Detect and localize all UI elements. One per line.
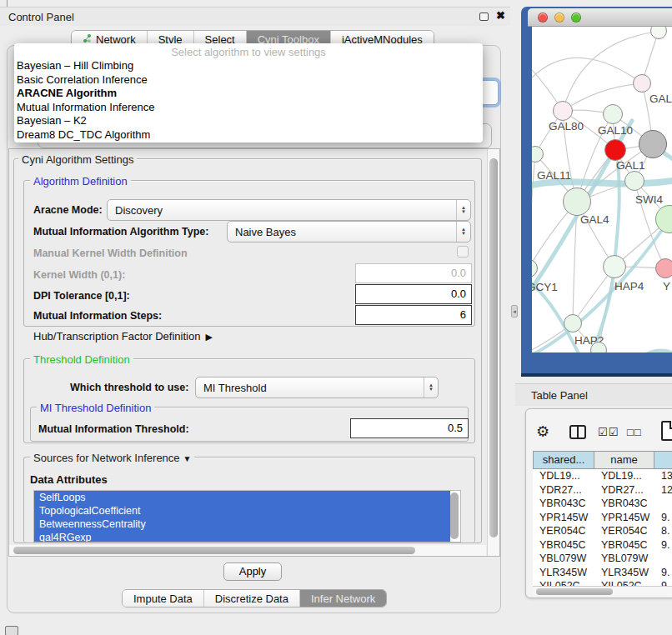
network-window-titlebar[interactable] [528,8,672,27]
which-threshold-value: MI Threshold [196,382,424,394]
table-cell: YPR145W [594,511,654,525]
select-all-icon[interactable]: ☑☑ [598,426,619,438]
aracne-mode-value: Discovery [108,204,456,217]
minimize-traffic-icon[interactable] [554,12,564,22]
attribute-item[interactable]: SelfLoops [34,491,450,504]
gear-icon[interactable]: ⚙ [536,422,549,441]
algorithm-option[interactable]: Mutual Information Inference [14,101,483,115]
algorithm-option[interactable]: Bayesian – K2 [14,114,483,128]
cyni-bottom-tabs: Impute DataDiscretize DataInfer Network [122,589,387,608]
node-hap4[interactable] [603,255,626,278]
table-row[interactable]: YBR043CYBR043C [533,497,672,511]
kernel-width-label: Kernel Width (0,1): [33,269,125,281]
algorithm-option[interactable]: Basic Correlation Inference [14,73,483,88]
table-row[interactable]: YLR345WYLR345W9. [533,566,672,580]
node-swi4[interactable] [624,171,644,191]
attribute-item[interactable]: TopologicalCoefficient [34,504,450,518]
node-hap2[interactable] [564,314,582,332]
zoom-traffic-icon[interactable] [571,12,581,22]
table-cell: YBR043C [533,497,594,511]
which-threshold-combo[interactable]: MI Threshold ▲▼ [195,377,439,398]
kernel-width-input[interactable]: 0.0 [355,263,472,283]
node-label: GAL10 [598,124,633,137]
node-label: SWI4 [635,193,663,206]
expand-down-icon: ▼ [183,454,192,463]
table-row[interactable]: YER054CYER054C8. [533,524,672,538]
column-header[interactable] [654,451,672,469]
mi-steps-input[interactable]: 6 [355,305,472,325]
hub-definition-label: Hub/Transcription Factor Definition [33,330,200,342]
tab-label: Infer Network [311,592,375,605]
table-cell: YDR27... [594,483,654,498]
hub-definition-toggle[interactable]: Hub/Transcription Factor Definition▶ [33,330,213,342]
close-icon[interactable]: ✖ [496,9,505,22]
algorithm-dropdown-popup: Select algorithm to view settings Bayesi… [14,43,483,142]
tab-label: Impute Data [133,592,193,605]
manual-kernel-checkbox[interactable] [457,246,469,258]
node-gal80[interactable] [553,101,573,121]
node-gal4[interactable] [563,188,591,216]
table-cell: YER054C [594,524,654,538]
float-panel-icon[interactable] [5,626,18,635]
algorithm-option[interactable]: ARACNE Algorithm [14,87,483,101]
node-label: HAP4 [614,280,644,292]
sources-legend[interactable]: Sources for Network Inference▼ [30,452,194,464]
table-horizontal-scrollbar[interactable] [533,586,672,596]
node-gal1[interactable] [604,139,626,161]
mi-threshold-label: Mutual Information Threshold: [38,423,189,435]
mi-type-combo[interactable]: Naive Bayes ▲▼ [227,221,471,242]
column-header[interactable]: name [594,451,654,469]
node[interactable] [590,342,607,352]
node-table[interactable]: shared...name YDL19...YDL19...13YDR27...… [533,451,672,598]
function-builder-icon[interactable] [661,421,672,441]
attribute-item[interactable]: BetweennessCentrality [34,518,450,531]
table-cell: YBL079W [533,552,594,566]
node-y[interactable] [655,258,672,278]
table-row[interactable]: YBL079WYBL079W [533,552,672,566]
node-gal[interactable] [633,74,651,92]
columns-icon[interactable] [569,425,586,439]
table-cell: YBR045C [533,538,594,552]
tab-impute-data[interactable]: Impute Data [123,590,204,607]
float-window-icon[interactable] [479,12,489,21]
node-label: GAL80 [549,120,584,132]
deselect-all-icon[interactable]: □□ [627,426,642,438]
column-header[interactable]: shared... [533,451,594,469]
node-gal10[interactable] [603,104,623,124]
dpi-tolerance-input[interactable]: 0.0 [355,284,472,304]
close-traffic-icon[interactable] [538,12,548,22]
mi-threshold-input[interactable]: 0.5 [350,418,469,438]
apply-button[interactable]: Apply [223,562,282,581]
algorithm-option[interactable]: Dream8 DC_TDC Algorithm [14,128,483,142]
data-attributes-list[interactable]: SelfLoopsTopologicalCoefficientBetweenne… [33,490,461,542]
scrollbar-thumb[interactable] [536,588,613,595]
node-label: GCY1 [532,281,558,293]
algorithm-option[interactable]: Bayesian – Hill Climbing [14,59,483,73]
table-cell: YBR045C [594,538,654,552]
attribute-item[interactable]: gal4RGexp [34,531,450,542]
node[interactable] [639,130,667,158]
control-panel-titlebar [0,8,510,26]
tab-discretize-data[interactable]: Discretize Data [204,590,300,607]
node-label: GAL1 [616,159,645,172]
mi-steps-label: Mutual Information Steps: [33,310,162,322]
table-cell: YDL19... [533,469,594,483]
settings-vertical-scrollbar[interactable] [487,149,499,556]
panel-divider-collapse[interactable]: ◂ [511,305,518,318]
table-cell [654,552,672,566]
network-edges [532,27,672,352]
settings-horizontal-scrollbar[interactable] [9,545,486,556]
divider-tick [7,0,8,7]
list-scrollbar-thumb[interactable] [450,492,459,539]
table-cell: 9. [654,511,672,525]
table-row[interactable]: YDL19...YDL19...13 [533,469,672,483]
scrollbar-thumb[interactable] [13,547,415,554]
table-row[interactable]: YDR27...YDR27...12 [533,483,672,498]
tab-label: Discretize Data [215,592,288,605]
aracne-mode-combo[interactable]: Discovery ▲▼ [107,199,471,221]
scrollbar-thumb[interactable] [489,158,498,538]
table-row[interactable]: YPR145WYPR145W9. [533,511,672,525]
table-row[interactable]: YBR045CYBR045C9. [533,538,672,552]
network-view[interactable]: GALGAL80GAL10GAL1SWI4GAL11GAL4GCY1HAP4YH… [532,27,672,352]
tab-infer-network[interactable]: Infer Network [300,590,386,607]
